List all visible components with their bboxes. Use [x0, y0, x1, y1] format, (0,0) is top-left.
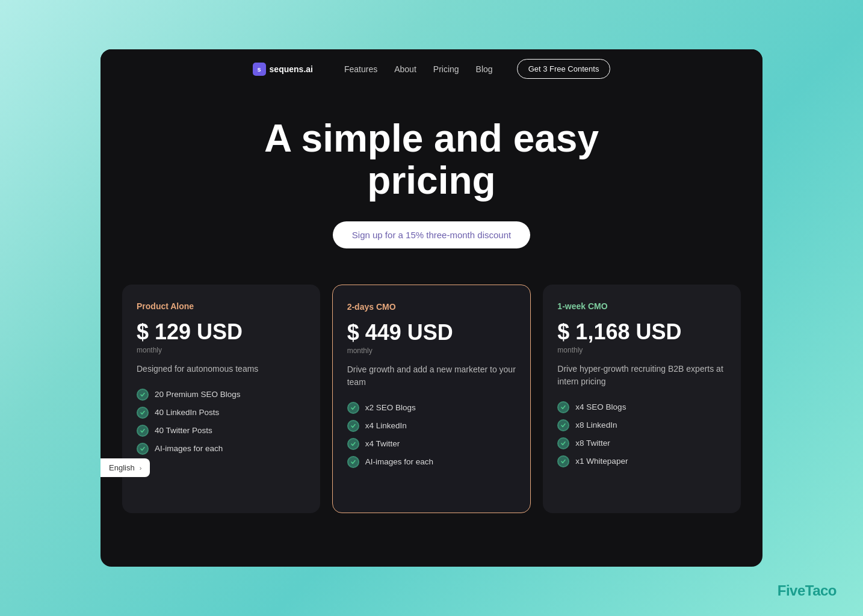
card-features-2: x2 SEO Blogs x4 LinkedIn x4 Twitter — [347, 402, 516, 468]
chevron-right-icon: › — [140, 464, 142, 472]
feature-item: x8 LinkedIn — [557, 419, 726, 431]
feature-label: AI-images for each — [365, 457, 433, 466]
language-label: English — [109, 463, 135, 472]
card-price-1: $ 129 USD — [137, 319, 306, 345]
check-icon — [137, 389, 149, 401]
feature-label: x1 Whitepaper — [575, 457, 628, 466]
hero-title: A simple and easy pricing — [264, 117, 599, 202]
feature-label: x8 Twitter — [575, 439, 610, 448]
logo-text: sequens.ai — [270, 64, 313, 74]
feature-item: x4 LinkedIn — [347, 420, 516, 432]
main-window: s sequens.ai Features About Pricing Blog… — [101, 49, 762, 567]
nav-links: Features About Pricing Blog — [344, 64, 493, 74]
feature-label: 40 Twitter Posts — [155, 426, 212, 435]
feature-item: x2 SEO Blogs — [347, 402, 516, 414]
nav-about[interactable]: About — [394, 64, 416, 74]
card-desc-2: Drive growth and add a new marketer to y… — [347, 363, 516, 389]
card-features-1: 20 Premium SEO Blogs 40 LinkedIn Posts 4… — [137, 389, 306, 455]
feature-label: x4 Twitter — [365, 439, 400, 448]
feature-item: x8 Twitter — [557, 437, 726, 449]
check-icon — [557, 401, 569, 413]
feature-item: x1 Whitepaper — [557, 455, 726, 467]
hero-section: A simple and easy pricing Sign up for a … — [101, 88, 762, 270]
nav-blog[interactable]: Blog — [476, 64, 493, 74]
navbar: s sequens.ai Features About Pricing Blog… — [101, 49, 762, 88]
pricing-card-2days-cmo: 2-days CMO $ 449 USD monthly Drive growt… — [332, 285, 531, 513]
check-icon — [347, 402, 359, 414]
card-label-3: 1-week CMO — [557, 301, 726, 311]
check-icon — [347, 456, 359, 468]
logo-icon: s — [253, 63, 266, 76]
feature-item: x4 Twitter — [347, 438, 516, 450]
feature-label: 40 LinkedIn Posts — [155, 408, 219, 417]
card-desc-1: Designed for autonomous teams — [137, 363, 306, 375]
check-icon — [557, 455, 569, 467]
language-badge[interactable]: English › — [101, 458, 150, 477]
card-label-2: 2-days CMO — [347, 302, 516, 312]
feature-item: AI-images for each — [137, 443, 306, 455]
feature-item: 20 Premium SEO Blogs — [137, 389, 306, 401]
card-period-3: monthly — [557, 346, 726, 354]
card-price-2: $ 449 USD — [347, 320, 516, 345]
card-period-1: monthly — [137, 346, 306, 354]
check-icon — [557, 437, 569, 449]
pricing-card-product-alone: Product Alone $ 129 USD monthly Designed… — [122, 285, 320, 513]
nav-features[interactable]: Features — [344, 64, 377, 74]
check-icon — [557, 419, 569, 431]
feature-item: 40 Twitter Posts — [137, 425, 306, 437]
feature-item: x4 SEO Blogs — [557, 401, 726, 413]
nav-pricing[interactable]: Pricing — [433, 64, 459, 74]
pricing-card-1week-cmo: 1-week CMO $ 1,168 USD monthly Drive hyp… — [543, 285, 741, 513]
feature-label: x8 LinkedIn — [575, 420, 617, 430]
hero-cta-button[interactable]: Sign up for a 15% three-month discount — [333, 221, 530, 248]
nav-cta-button[interactable]: Get 3 Free Contents — [517, 59, 611, 79]
check-icon — [137, 425, 149, 437]
check-icon — [347, 420, 359, 432]
check-icon — [347, 438, 359, 450]
feature-label: x4 LinkedIn — [365, 421, 407, 430]
feature-label: x2 SEO Blogs — [365, 403, 416, 412]
check-icon — [137, 443, 149, 455]
feature-item: AI-images for each — [347, 456, 516, 468]
card-desc-3: Drive hyper-growth recruiting B2B expert… — [557, 363, 726, 388]
feature-label: AI-images for each — [155, 444, 223, 453]
card-features-3: x4 SEO Blogs x8 LinkedIn x8 Twitter — [557, 401, 726, 467]
card-period-2: monthly — [347, 346, 516, 355]
feature-label: x4 SEO Blogs — [575, 402, 626, 411]
check-icon — [137, 407, 149, 419]
pricing-section: Product Alone $ 129 USD monthly Designed… — [101, 270, 762, 567]
feature-item: 40 LinkedIn Posts — [137, 407, 306, 419]
card-price-3: $ 1,168 USD — [557, 319, 726, 345]
fivetaco-logo: FiveTaco — [778, 582, 837, 599]
card-label-1: Product Alone — [137, 301, 306, 311]
nav-logo[interactable]: s sequens.ai — [253, 63, 313, 76]
feature-label: 20 Premium SEO Blogs — [155, 390, 241, 399]
